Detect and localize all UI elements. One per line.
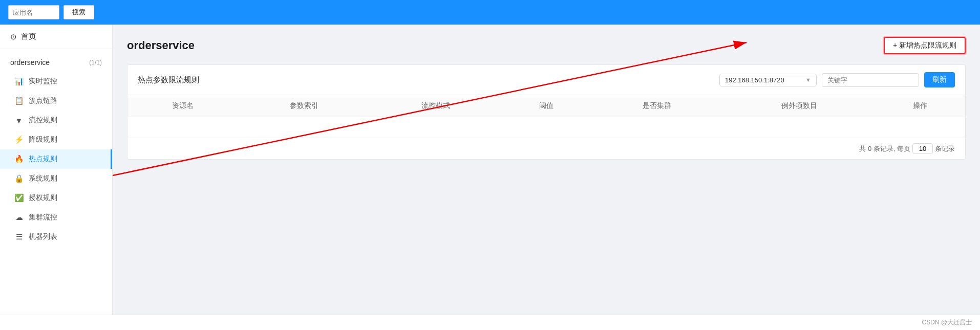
sidebar: ⊙ 首页 orderservice (1/1) 📊实时监控📋簇点链路▼流控规则⚡…	[0, 25, 113, 315]
sidebar-item-label: 降级规则	[29, 135, 57, 144]
sidebar-item-label: 授权规则	[29, 193, 57, 203]
table-column-header: 是否集群	[591, 95, 723, 117]
table-column-header: 阈值	[501, 95, 591, 117]
sidebar-home[interactable]: ⊙ 首页	[0, 25, 112, 49]
trace-icon: 📋	[14, 96, 24, 105]
main-content: orderservice + 新增热点限流规则 热点参数限流规则 192.168…	[113, 25, 980, 315]
table-column-header: 流控模式	[370, 95, 501, 117]
home-label: 首页	[21, 32, 36, 41]
degrade-icon: ⚡	[14, 135, 24, 144]
service-badge: (1/1)	[89, 59, 102, 66]
data-table: 资源名参数索引流控模式阈值是否集群例外项数目操作	[127, 95, 965, 138]
sidebar-item-label: 实时监控	[29, 77, 57, 86]
service-name[interactable]: orderservice (1/1)	[10, 55, 102, 70]
search-button[interactable]: 搜索	[63, 5, 94, 19]
table-card: 热点参数限流规则 192.168.150.1:8720 ▼ 刷新 资源名参数索引…	[127, 64, 966, 160]
sidebar-item-label: 机器列表	[29, 232, 57, 241]
pagination-unit: 条记录	[935, 144, 955, 153]
sidebar-item-label: 系统规则	[29, 174, 57, 183]
footer-text: CSDN @大迁居士	[922, 319, 972, 326]
page-header: orderservice + 新增热点限流规则	[127, 37, 966, 54]
keyword-input[interactable]	[822, 73, 919, 87]
sidebar-item-auth[interactable]: ✅授权规则	[0, 188, 112, 208]
table-column-header: 资源名	[127, 95, 238, 117]
sidebar-item-realtime[interactable]: 📊实时监控	[0, 72, 112, 91]
auth-icon: ✅	[14, 193, 24, 203]
sidebar-menu: 📊实时监控📋簇点链路▼流控规则⚡降级规则🔥热点规则🔒系统规则✅授权规则☁集群流控…	[0, 72, 112, 247]
realtime-icon: 📊	[14, 77, 24, 86]
table-controls: 192.168.150.1:8720 ▼ 刷新	[719, 72, 955, 87]
sidebar-section: orderservice (1/1)	[0, 49, 112, 72]
table-toolbar: 热点参数限流规则 192.168.150.1:8720 ▼ 刷新	[127, 65, 965, 95]
machines-icon: ☰	[14, 232, 24, 241]
sidebar-item-machines[interactable]: ☰机器列表	[0, 227, 112, 247]
page-title: orderservice	[127, 39, 195, 52]
sidebar-item-hotspot[interactable]: 🔥热点规则	[0, 149, 112, 169]
layout: ⊙ 首页 orderservice (1/1) 📊实时监控📋簇点链路▼流控规则⚡…	[0, 25, 980, 315]
sidebar-item-flow[interactable]: ▼流控规则	[0, 111, 112, 130]
hotspot-icon: 🔥	[14, 155, 24, 164]
sidebar-item-system[interactable]: 🔒系统规则	[0, 169, 112, 188]
pagination-total: 共 0 条记录, 每页	[859, 144, 910, 153]
table-title: 热点参数限流规则	[138, 75, 199, 85]
ip-select-text: 192.168.150.1:8720	[725, 76, 784, 84]
sidebar-item-label: 集群流控	[29, 213, 57, 222]
sidebar-item-degrade[interactable]: ⚡降级规则	[0, 130, 112, 149]
table-column-header: 操作	[876, 95, 965, 117]
service-name-text: orderservice	[10, 58, 50, 67]
table-pagination: 共 0 条记录, 每页 10 条记录	[127, 138, 965, 159]
sidebar-item-label: 热点规则	[29, 155, 57, 164]
home-icon: ⊙	[10, 32, 17, 41]
add-rule-button[interactable]: + 新增热点限流规则	[884, 37, 966, 54]
app-name-input[interactable]	[8, 5, 59, 19]
sidebar-item-trace[interactable]: 📋簇点链路	[0, 91, 112, 111]
ip-select[interactable]: 192.168.150.1:8720 ▼	[719, 74, 817, 86]
footer: CSDN @大迁居士	[0, 315, 980, 330]
table-header-row: 资源名参数索引流控模式阈值是否集群例外项数目操作	[127, 95, 965, 117]
table-column-header: 例外项数目	[723, 95, 876, 117]
flow-icon: ▼	[14, 116, 24, 125]
system-icon: 🔒	[14, 174, 24, 183]
sidebar-item-label: 簇点链路	[29, 96, 57, 105]
chevron-down-icon: ▼	[805, 77, 811, 83]
refresh-button[interactable]: 刷新	[924, 72, 955, 87]
cluster-icon: ☁	[14, 213, 24, 222]
empty-row	[127, 117, 965, 138]
top-bar: 搜索	[0, 0, 980, 25]
table-column-header: 参数索引	[238, 95, 370, 117]
sidebar-item-label: 流控规则	[29, 116, 57, 125]
sidebar-item-cluster[interactable]: ☁集群流控	[0, 208, 112, 227]
page-size-input[interactable]: 10	[912, 143, 933, 154]
